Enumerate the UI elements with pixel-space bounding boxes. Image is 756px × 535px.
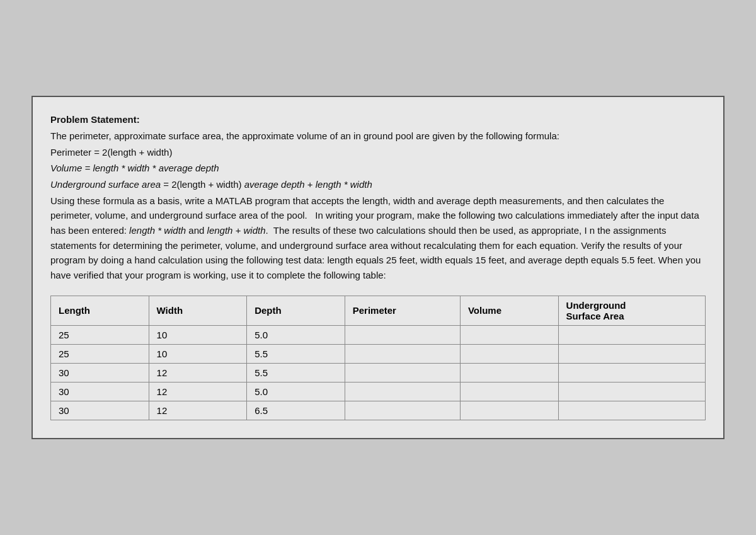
col-header-perimeter: Perimeter [345,296,460,325]
cell-volume [460,382,558,401]
col-header-length: Length [51,296,149,325]
table-row: 30 12 6.5 [51,401,706,420]
col-header-depth: Depth [247,296,345,325]
intro-line: The perimeter, approximate surface area,… [50,129,706,144]
cell-perimeter [345,363,460,382]
cell-depth: 5.0 [247,382,345,401]
cell-length: 30 [51,401,149,420]
cell-width: 10 [149,325,247,344]
cell-depth: 6.5 [247,401,345,420]
formula1-line: Perimeter = 2(length + width) [50,145,706,160]
cell-perimeter [345,325,460,344]
cell-underground [558,325,705,344]
cell-volume [460,325,558,344]
problem-text-block: Problem Statement: The perimeter, approx… [50,112,706,283]
cell-depth: 5.5 [247,344,345,363]
cell-underground [558,363,705,382]
table-row: 25 10 5.0 [51,325,706,344]
body-text: Using these formula as a basis, write a … [50,193,706,283]
cell-underground [558,344,705,363]
table-row: 30 12 5.5 [51,363,706,382]
cell-volume [460,401,558,420]
cell-depth: 5.0 [247,325,345,344]
cell-volume [460,363,558,382]
cell-perimeter [345,401,460,420]
cell-width: 12 [149,363,247,382]
table-row: 30 12 5.0 [51,382,706,401]
cell-volume [460,344,558,363]
main-container: Problem Statement: The perimeter, approx… [32,96,724,439]
col-header-width: Width [149,296,247,325]
cell-underground [558,401,705,420]
cell-length: 30 [51,382,149,401]
formula2-line: Volume = length * width * average depth [50,161,706,176]
cell-width: 12 [149,382,247,401]
cell-length: 30 [51,363,149,382]
col-header-underground: UndergroundSurface Area [558,296,705,325]
formula3-line: Underground surface area = 2(length + wi… [50,177,706,192]
problem-title: Problem Statement: [50,112,706,127]
table-row: 25 10 5.5 [51,344,706,363]
cell-width: 12 [149,401,247,420]
data-table: Length Width Depth Perimeter Volume Unde… [50,296,706,420]
table-header-row: Length Width Depth Perimeter Volume Unde… [51,296,706,325]
cell-length: 25 [51,325,149,344]
table-section: Length Width Depth Perimeter Volume Unde… [50,296,706,420]
cell-perimeter [345,344,460,363]
cell-depth: 5.5 [247,363,345,382]
cell-width: 10 [149,344,247,363]
cell-length: 25 [51,344,149,363]
col-header-volume: Volume [460,296,558,325]
cell-underground [558,382,705,401]
cell-perimeter [345,382,460,401]
